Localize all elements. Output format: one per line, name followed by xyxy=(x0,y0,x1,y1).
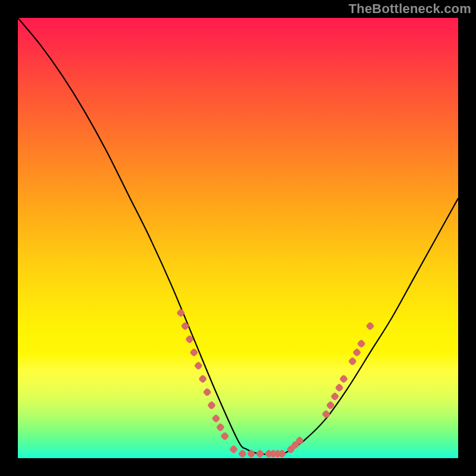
plot-area xyxy=(18,18,458,458)
watermark-text: TheBottleneck.com xyxy=(349,1,471,17)
gradient-background xyxy=(18,18,458,458)
chart-frame: TheBottleneck.com xyxy=(0,0,476,476)
